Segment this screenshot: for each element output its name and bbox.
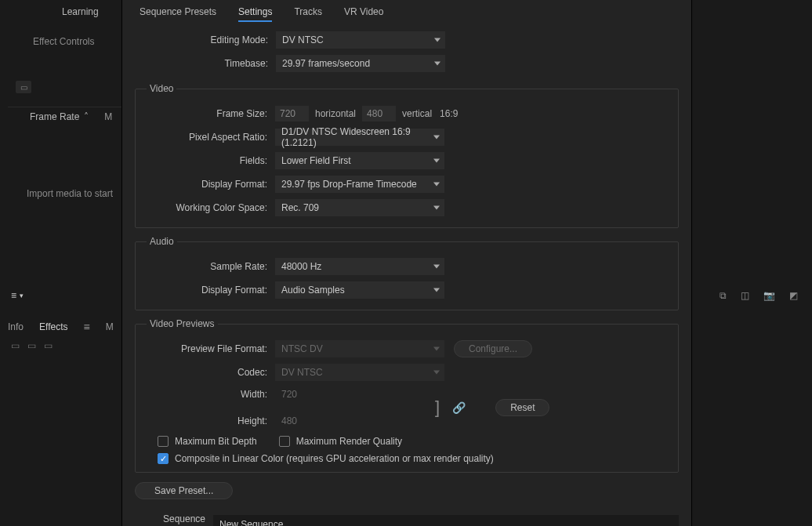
max-render-quality-label: Maximum Render Quality bbox=[296, 436, 402, 447]
bin-icon-3[interactable]: ▭ bbox=[44, 340, 53, 351]
video-legend: Video bbox=[147, 83, 176, 94]
sequence-name-label: Sequence Name: bbox=[135, 513, 213, 526]
frame-size-label: Frame Size: bbox=[143, 108, 275, 119]
preview-height-label: Height: bbox=[143, 415, 275, 426]
camera-icon[interactable]: 📷 bbox=[763, 290, 775, 301]
checkbox-icon bbox=[158, 436, 169, 447]
checkbox-checked-icon: ✓ bbox=[158, 453, 169, 464]
sort-arrow-icon[interactable]: ˄ bbox=[84, 111, 89, 122]
panel-tab-info[interactable]: Info bbox=[8, 321, 24, 332]
audio-display-format-label: Display Format: bbox=[143, 285, 275, 296]
chevron-down-icon bbox=[433, 347, 440, 351]
audio-legend: Audio bbox=[147, 236, 177, 247]
chevron-down-icon bbox=[434, 38, 440, 42]
max-bit-depth-checkbox[interactable]: Maximum Bit Depth bbox=[158, 436, 257, 447]
chevron-down-icon bbox=[433, 288, 440, 292]
chevron-down-icon bbox=[433, 265, 440, 269]
preview-file-format-label: Preview File Format: bbox=[143, 343, 275, 354]
working-color-space-select[interactable]: Rec. 709 bbox=[275, 199, 444, 216]
frame-width-field[interactable]: 720 bbox=[275, 106, 309, 122]
video-previews-legend: Video Previews bbox=[147, 318, 218, 329]
settings-icon[interactable]: ◩ bbox=[789, 290, 798, 301]
par-label: Pixel Aspect Ratio: bbox=[143, 132, 275, 143]
working-color-space-label: Working Color Space: bbox=[143, 202, 275, 213]
par-select[interactable]: D1/DV NTSC Widescreen 16:9 (1.2121) bbox=[275, 129, 444, 146]
audio-group: Audio Sample Rate: 48000 Hz Display Form… bbox=[135, 236, 679, 310]
chevron-down-icon bbox=[433, 206, 440, 210]
configure-button: Configure... bbox=[454, 340, 532, 357]
video-display-format-label: Display Format: bbox=[143, 179, 275, 190]
menu-lines-icon: ≡ bbox=[11, 290, 16, 301]
vertical-text: vertical bbox=[402, 108, 432, 119]
bin-icon-2[interactable]: ▭ bbox=[27, 340, 36, 351]
preview-width-value: 720 bbox=[275, 389, 297, 400]
column-more: M bbox=[104, 111, 112, 122]
chevron-down-icon bbox=[434, 62, 440, 66]
composite-linear-checkbox[interactable]: ✓ Composite in Linear Color (requires GP… bbox=[158, 453, 494, 464]
bin-icon[interactable]: ▭ bbox=[11, 340, 20, 351]
column-frame-rate[interactable]: Frame Rate bbox=[30, 111, 79, 122]
video-group: Video Frame Size: 720 horizontal 480 ver… bbox=[135, 83, 679, 228]
panel-list-menu[interactable]: ≡ ▾ bbox=[11, 290, 24, 301]
max-render-quality-checkbox[interactable]: Maximum Render Quality bbox=[279, 436, 402, 447]
link-bracket-icon: ] bbox=[435, 397, 440, 418]
chevron-down-icon bbox=[433, 159, 440, 163]
video-display-format-select[interactable]: 29.97 fps Drop-Frame Timecode bbox=[275, 176, 444, 193]
chevron-down-icon: ▾ bbox=[20, 292, 24, 299]
video-previews-group: Video Previews Preview File Format: NTSC… bbox=[135, 318, 679, 473]
panel-tab-effects[interactable]: Effects bbox=[39, 321, 67, 332]
audio-display-format-select[interactable]: Audio Samples bbox=[275, 281, 444, 299]
editing-mode-select[interactable]: DV NTSC bbox=[276, 31, 445, 49]
link-icon[interactable]: 🔗 bbox=[452, 401, 466, 414]
codec-select: DV NTSC bbox=[275, 364, 444, 381]
preview-height-value: 480 bbox=[275, 415, 297, 426]
sample-rate-label: Sample Rate: bbox=[143, 261, 275, 272]
panel-menu-icon[interactable]: ≡ bbox=[83, 321, 89, 333]
chevron-down-icon bbox=[433, 183, 440, 187]
sample-rate-select[interactable]: 48000 Hz bbox=[275, 258, 444, 275]
export-frame-icon[interactable]: ⧉ bbox=[720, 290, 727, 301]
sequence-name-input[interactable] bbox=[213, 515, 679, 526]
tab-tracks[interactable]: Tracks bbox=[294, 6, 322, 20]
new-sequence-dialog: Sequence Presets Settings Tracks VR Vide… bbox=[121, 0, 692, 526]
chevron-down-icon bbox=[433, 136, 440, 140]
reset-button[interactable]: Reset bbox=[495, 399, 549, 416]
checkbox-icon bbox=[279, 436, 290, 447]
tab-vr-video[interactable]: VR Video bbox=[344, 6, 383, 20]
fields-select[interactable]: Lower Field First bbox=[275, 152, 444, 169]
chevron-down-icon bbox=[433, 371, 440, 375]
codec-label: Codec: bbox=[143, 367, 275, 378]
timebase-select[interactable]: 29.97 frames/second bbox=[276, 55, 445, 72]
max-bit-depth-label: Maximum Bit Depth bbox=[175, 436, 257, 447]
fields-label: Fields: bbox=[143, 155, 275, 166]
preview-width-label: Width: bbox=[143, 389, 275, 400]
comparison-view-icon[interactable]: ◫ bbox=[741, 290, 749, 301]
editing-mode-label: Editing Mode: bbox=[135, 34, 276, 45]
timebase-label: Timebase: bbox=[135, 58, 276, 69]
workspace-tab-learning[interactable]: Learning bbox=[62, 0, 99, 24]
import-media-hint: Import media to start bbox=[27, 188, 113, 199]
frame-height-field[interactable]: 480 bbox=[362, 106, 396, 122]
horizontal-text: horizontal bbox=[315, 108, 356, 119]
preview-file-format-select: NTSC DV bbox=[275, 340, 444, 357]
panel-tab-effect-controls[interactable]: Effect Controls bbox=[33, 36, 94, 47]
aspect-text: 16:9 bbox=[440, 108, 458, 119]
tab-sequence-presets[interactable]: Sequence Presets bbox=[140, 6, 216, 20]
fx-badge-icon: ▭ bbox=[16, 81, 31, 93]
panel-tab-more: M bbox=[106, 321, 114, 332]
tab-settings[interactable]: Settings bbox=[238, 6, 272, 22]
composite-linear-label: Composite in Linear Color (requires GPU … bbox=[175, 453, 494, 464]
save-preset-button[interactable]: Save Preset... bbox=[135, 482, 233, 499]
